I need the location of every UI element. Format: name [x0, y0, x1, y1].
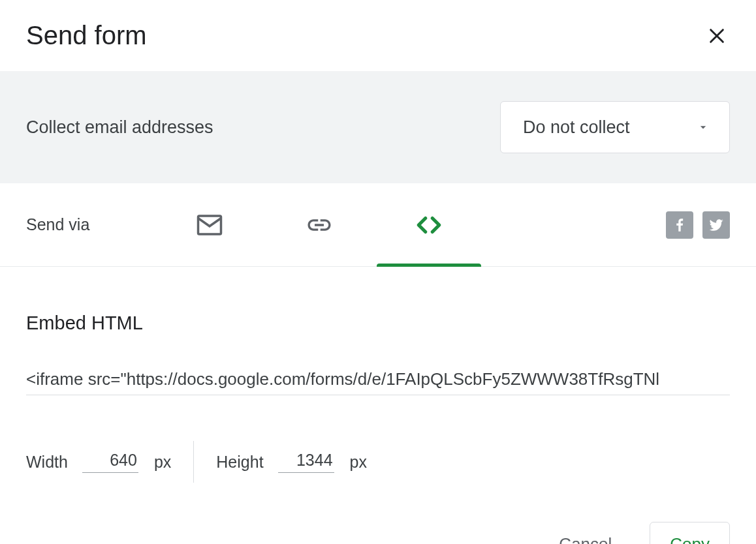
- chevron-down-icon: [697, 121, 710, 134]
- height-unit: px: [350, 453, 367, 472]
- width-label: Width: [26, 453, 68, 472]
- tab-embed[interactable]: [374, 183, 484, 266]
- width-input[interactable]: [82, 451, 138, 473]
- copy-button[interactable]: Copy: [650, 522, 730, 544]
- embed-section: Embed HTML Width px Height px: [0, 267, 756, 483]
- email-icon: [196, 211, 223, 239]
- collect-email-label: Collect email addresses: [26, 117, 213, 138]
- close-button[interactable]: [704, 23, 730, 49]
- dimensions-row: Width px Height px: [26, 441, 730, 483]
- tab-email[interactable]: [155, 183, 264, 266]
- twitter-icon: [708, 217, 725, 234]
- height-group: Height px: [216, 451, 367, 473]
- embed-heading: Embed HTML: [26, 312, 730, 334]
- dialog-footer: Cancel Copy: [0, 483, 756, 544]
- share-facebook-button[interactable]: [666, 211, 693, 239]
- send-via-label: Send via: [26, 215, 89, 234]
- send-via-tabs: Send via: [0, 183, 756, 267]
- embed-icon: [415, 211, 443, 239]
- embed-code-input[interactable]: [26, 368, 730, 395]
- width-unit: px: [154, 453, 171, 472]
- share-twitter-button[interactable]: [702, 211, 730, 239]
- dropdown-selected-value: Do not collect: [523, 117, 630, 138]
- send-form-dialog: Send form Collect email addresses Do not…: [0, 0, 756, 544]
- height-input[interactable]: [278, 451, 334, 473]
- close-icon: [708, 27, 726, 45]
- collect-email-row: Collect email addresses Do not collect: [0, 71, 756, 183]
- facebook-icon: [671, 217, 688, 234]
- dimension-separator: [193, 441, 194, 483]
- social-share: [666, 211, 730, 239]
- width-group: Width px: [26, 451, 171, 473]
- collect-email-dropdown[interactable]: Do not collect: [500, 101, 730, 153]
- dialog-header: Send form: [0, 0, 756, 71]
- height-label: Height: [216, 453, 263, 472]
- link-icon: [306, 211, 333, 239]
- cancel-button[interactable]: Cancel: [539, 522, 631, 544]
- tab-link[interactable]: [264, 183, 374, 266]
- dialog-title: Send form: [26, 21, 147, 50]
